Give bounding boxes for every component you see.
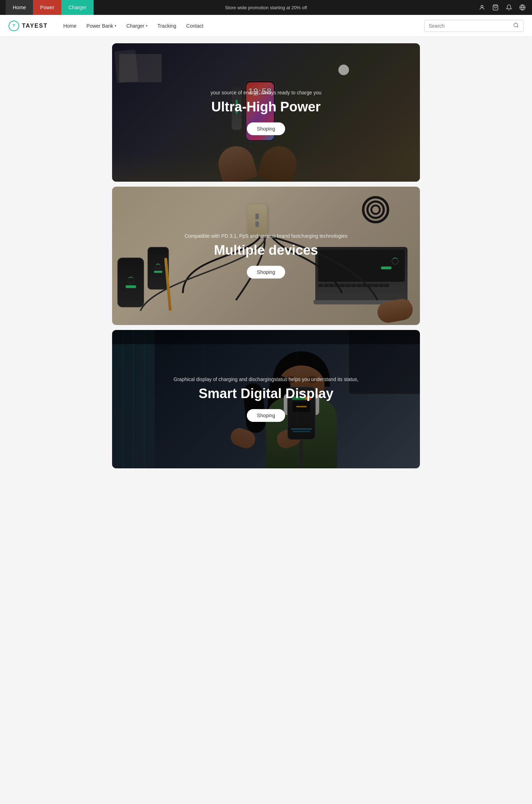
card1-content: your source of energy, always ready to c… (204, 83, 329, 142)
top-tab-home-label: Home (13, 5, 26, 10)
top-bar-icons (478, 4, 526, 11)
nav-home[interactable]: Home (59, 20, 81, 32)
main-nav: T TAYEST Home Power Bank ▾ Charger ▾ Tra… (0, 15, 532, 37)
promo-text: Store wide promotion starting at 20% off (225, 5, 307, 10)
card2-shop-button[interactable]: Shoping (247, 266, 285, 279)
user-icon[interactable] (478, 4, 486, 11)
svg-point-4 (514, 23, 518, 27)
chevron-down-icon: ▾ (146, 24, 148, 28)
bell-icon[interactable] (505, 4, 513, 11)
nav-links: Home Power Bank ▾ Charger ▾ Tracking Con… (59, 20, 424, 32)
nav-contact[interactable]: Contact (182, 20, 207, 32)
logo-icon: T (9, 21, 19, 31)
card3-subtitle: Graphical display of charging and discha… (173, 376, 358, 382)
nav-tracking-label: Tracking (157, 23, 176, 29)
card3-title: Smart Digital Display (173, 386, 358, 402)
nav-charger-label: Charger (126, 23, 144, 29)
top-tab-home[interactable]: Home (6, 0, 33, 15)
search-box[interactable] (424, 20, 523, 32)
hero-card-3: 95 (112, 330, 420, 468)
top-tab-charger-label: Charger (68, 5, 87, 10)
cart-icon[interactable] (492, 4, 499, 11)
svg-line-5 (517, 26, 518, 27)
nav-charger[interactable]: Charger ▾ (122, 20, 152, 32)
card3-content: Graphical display of charging and discha… (166, 369, 365, 429)
globe-icon[interactable] (519, 4, 526, 11)
chevron-down-icon: ▾ (115, 24, 116, 28)
svg-point-0 (481, 5, 483, 7)
card2-subtitle: Compatible with PD 3.1, PpS and various … (184, 233, 347, 239)
card1-shop-button[interactable]: Shoping (247, 122, 285, 135)
card3-shop-button[interactable]: Shoping (247, 409, 285, 422)
nav-tracking[interactable]: Tracking (153, 20, 181, 32)
search-input[interactable] (429, 23, 510, 29)
nav-contact-label: Contact (186, 23, 203, 29)
main-content: 19:58 your source of energy, always read… (106, 43, 426, 468)
card2-content: Compatible with PD 3.1, PpS and various … (177, 226, 354, 286)
nav-powerbank[interactable]: Power Bank ▾ (82, 20, 121, 32)
card2-title: Multiple devices (184, 242, 347, 259)
nav-home-label: Home (63, 23, 76, 29)
top-tabs: Home Power Charger (6, 0, 94, 15)
top-tab-power-label: Power (40, 5, 54, 10)
hero-card-2: Compatible with PD 3.1, PpS and various … (112, 187, 420, 325)
card1-subtitle: your source of energy, always ready to c… (211, 90, 322, 95)
logo-text: TAYEST (22, 23, 48, 29)
nav-powerbank-label: Power Bank (87, 23, 113, 29)
card1-title: Ultra-High Power (211, 99, 322, 115)
top-tab-charger[interactable]: Charger (61, 0, 94, 15)
logo[interactable]: T TAYEST (9, 21, 48, 31)
hero-card-1: 19:58 your source of energy, always read… (112, 43, 420, 182)
search-icon[interactable] (513, 22, 519, 29)
top-tab-power[interactable]: Power (33, 0, 61, 15)
top-bar: Home Power Charger Store wide promotion … (0, 0, 532, 15)
